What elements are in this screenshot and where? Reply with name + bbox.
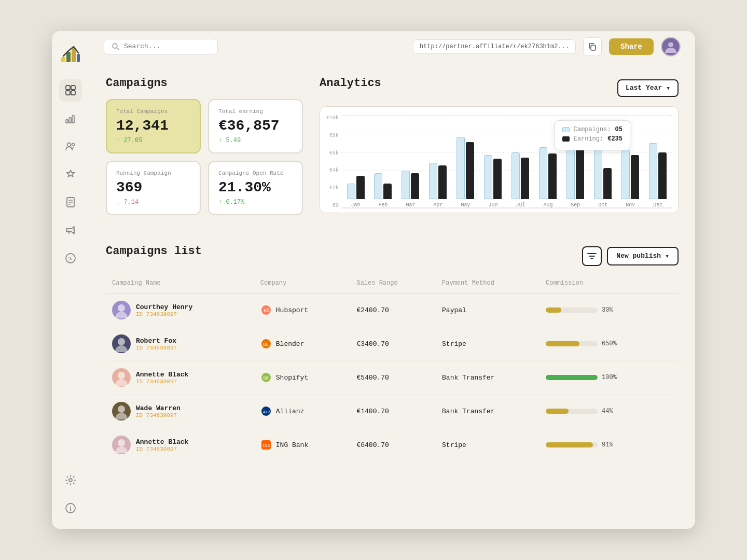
sidebar-item-info[interactable] [59, 497, 82, 520]
campaign-name-cell: Robert Fox ID 734639897 [112, 334, 248, 353]
search-input[interactable] [124, 43, 207, 50]
share-button[interactable]: Share [609, 38, 654, 55]
filter-button[interactable] [582, 246, 602, 266]
company-cell-r1: HSHubsport [260, 304, 344, 316]
month-label-may: May [461, 202, 470, 208]
company-name-r2: Blender [276, 340, 305, 348]
new-publish-button[interactable]: New publish ▾ [607, 247, 679, 265]
tooltip-earning-label: Earning: [574, 135, 604, 143]
svg-point-39 [118, 405, 125, 413]
cell-payment-r3: Bank Transfer [436, 361, 540, 395]
cell-company-r2: BLBlender [254, 327, 351, 361]
avatar-svg-r5 [112, 436, 131, 454]
svg-rect-5 [71, 86, 75, 90]
bars-pair-apr [429, 163, 447, 199]
sidebar-item-users[interactable] [59, 135, 82, 158]
campaign-avatar-r5 [112, 436, 131, 454]
svg-point-42 [118, 439, 125, 446]
month-label-jul: Jul [516, 202, 525, 208]
cell-sales-r5: €6400.70 [350, 428, 436, 462]
sidebar-item-commission[interactable]: % [59, 247, 82, 270]
sidebar-item-book[interactable] [59, 191, 82, 214]
tooltip-campaign-dot [562, 127, 570, 132]
company-cell-r5: INGING Bank [260, 439, 344, 451]
company-name-r3: Shopifyt [276, 374, 308, 382]
bar-campaign-apr [429, 163, 437, 199]
stat-label-total-earning: Total earning [218, 108, 293, 115]
commission-cell-r1: 30% [546, 306, 672, 314]
progress-bar-bg-r2 [546, 341, 598, 346]
col-payment-method: Payment Method [436, 276, 540, 293]
cell-commission-r2: 650% [540, 327, 679, 361]
svg-point-19 [69, 479, 72, 482]
list-actions: New publish ▾ [582, 246, 679, 266]
svg-text:SH: SH [263, 376, 269, 381]
logo[interactable] [58, 40, 83, 65]
cell-sales-r2: €3400.70 [350, 327, 436, 361]
chart-tooltip: Campaigns: 05 Earning: €235 [555, 120, 630, 150]
sidebar-item-favorites[interactable] [59, 163, 82, 186]
campaign-id-r1: ID 734639897 [136, 311, 192, 317]
bar-campaign-dec [649, 143, 657, 199]
gridline-1 [342, 115, 672, 116]
copy-button[interactable] [583, 37, 602, 56]
bars-pair-aug [539, 147, 557, 199]
sidebar-item-settings[interactable] [59, 469, 82, 492]
svg-point-11 [67, 143, 71, 147]
content-area: Campaigns Total Campaigns 12,341 ↑ 27.05… [89, 62, 695, 529]
cell-payment-r1: Paypal [436, 293, 540, 327]
avatar-svg-r4 [112, 402, 131, 421]
col-sales-range: Sales Range [350, 276, 436, 293]
commission-label-r1: 30% [602, 306, 620, 314]
campaign-id-r4: ID 734639897 [136, 412, 181, 418]
cell-commission-r4: 44% [540, 395, 679, 428]
commission-label-r2: 650% [602, 340, 620, 347]
company-cell-r4: ALZAliianz [260, 405, 344, 417]
commission-cell-r2: 650% [546, 340, 672, 347]
tooltip-campaigns-label: Campaigns: [574, 126, 611, 133]
sidebar-item-dashboard[interactable] [59, 79, 82, 102]
stat-value-total-campaigns: 12,341 [116, 118, 190, 134]
y-label-10k: €10k [326, 115, 339, 121]
svg-text:ALZ: ALZ [263, 410, 271, 414]
campaigns-title: Campaigns [106, 77, 303, 90]
analytics-panel: Analytics Last Year ▾ €10k [320, 77, 679, 215]
progress-bar-fill-r1 [546, 307, 561, 313]
period-selector[interactable]: Last Year ▾ [617, 79, 679, 97]
sidebar-item-campaigns[interactable] [59, 219, 82, 242]
avatar-icon [662, 38, 679, 55]
stat-cards: Total Campaigns 12,341 ↑ 27.05 Total ear… [106, 99, 303, 215]
stat-value-total-earning: €36,857 [218, 118, 293, 134]
bar-earning-sep [576, 148, 584, 199]
svg-text:%: % [68, 256, 72, 262]
cell-commission-r3: 100% [540, 361, 679, 395]
search-box[interactable] [104, 39, 218, 54]
svg-rect-8 [66, 120, 68, 123]
bars-pair-jun [484, 155, 502, 199]
cell-sales-r4: €1400.70 [350, 395, 436, 428]
stat-card-total-earning: Total earning €36,857 ↑ 5.49 [208, 99, 303, 153]
commission-label-r3: 100% [602, 374, 620, 381]
month-label-mar: Mar [406, 202, 415, 208]
company-cell-r3: SHShopifyt [260, 372, 344, 383]
y-label-6k: €6k [329, 150, 339, 156]
bar-campaign-aug [539, 147, 547, 199]
filter-icon [587, 252, 597, 260]
stat-value-running: 369 [116, 179, 190, 195]
campaign-name-info-r5: Annette Black ID 734639897 [136, 438, 188, 452]
bar-earning-jan [356, 176, 365, 199]
svg-point-36 [118, 372, 125, 379]
month-label-feb: Feb [378, 202, 388, 208]
cell-commission-r5: 91% [540, 428, 679, 462]
progress-bar-bg-r1 [546, 307, 598, 313]
avatar-svg-r2 [112, 334, 131, 353]
campaign-id-r5: ID 734639897 [136, 446, 188, 452]
avatar[interactable] [661, 37, 681, 57]
cell-name-r1: Courthey Henry ID 734639897 [106, 293, 254, 327]
month-group-may: May [457, 137, 474, 208]
list-header: Campaigns list New publish ▾ [106, 245, 679, 267]
campaign-name-r1: Courthey Henry [136, 303, 192, 311]
chart-y-axis: €10k €8k €6k €4k €2k €0 [326, 115, 342, 208]
publish-chevron-icon: ▾ [665, 252, 669, 260]
sidebar-item-analytics[interactable] [59, 107, 82, 130]
